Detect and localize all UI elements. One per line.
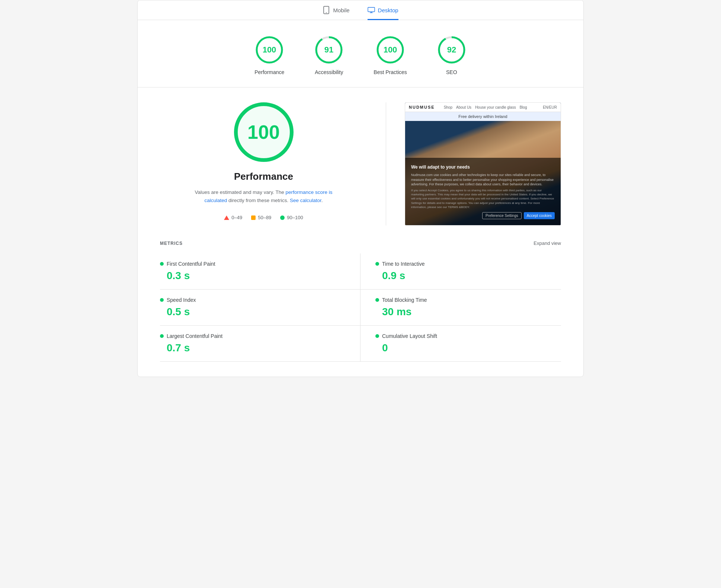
performance-desc: Values are estimated and may vary. The p… — [186, 188, 342, 204]
overlay-text2: If you select Accept Cookies, you agree … — [411, 188, 555, 209]
score-best-practices-label: Best Practices — [374, 69, 407, 75]
metric-tti: Time to Interactive 0.9 s — [360, 253, 561, 290]
tab-desktop-label: Desktop — [378, 7, 398, 13]
fail-icon — [224, 215, 229, 220]
main-content: 100 Performance Values are estimated and… — [138, 87, 583, 240]
score-best-practices-value: 100 — [384, 45, 397, 54]
big-score-value: 100 — [247, 121, 280, 143]
calculator-link[interactable]: See calculator — [290, 198, 321, 203]
mobile-icon — [323, 6, 330, 14]
metric-tbt-dot — [375, 298, 379, 302]
metric-tbt-header: Total Blocking Time — [375, 297, 561, 303]
metrics-grid: First Contentful Paint 0.3 s Time to Int… — [160, 253, 561, 362]
overlay-text: Nudmuse.com use cookies and other techno… — [411, 173, 555, 187]
metric-lcp-dot — [160, 334, 164, 338]
metric-si-header: Speed Index — [160, 297, 345, 303]
metric-lcp-name: Largest Contentful Paint — [167, 333, 222, 339]
overlay-buttons: Preference Settings Accept cookies — [411, 212, 555, 219]
metric-si-name: Speed Index — [167, 297, 196, 303]
banner-text: Free delivery within Ireland — [458, 114, 507, 119]
metric-cls-value: 0 — [382, 342, 561, 354]
metric-cls-dot — [375, 334, 379, 338]
tab-desktop[interactable]: Desktop — [368, 6, 398, 20]
screenshot-body: We will adapt to your needs Nudmuse.com … — [405, 121, 561, 225]
overlay-title: We will adapt to your needs — [411, 164, 555, 170]
metrics-title: METRICS — [160, 241, 183, 246]
legend-pass: 90–100 — [280, 215, 303, 220]
metric-si: Speed Index 0.5 s — [160, 290, 360, 326]
big-score-circle: 100 — [234, 102, 294, 162]
left-panel: 100 Performance Values are estimated and… — [160, 102, 367, 226]
metric-fcp: First Contentful Paint 0.3 s — [160, 253, 360, 290]
tab-mobile-label: Mobile — [333, 7, 349, 13]
metric-fcp-value: 0.3 s — [167, 270, 345, 282]
screenshot-banner: Free delivery within Ireland — [405, 112, 561, 121]
scores-section: 100 Performance 91 Accessibility 100 Bes… — [138, 20, 583, 87]
page-wrapper: Mobile Desktop 100 Performance — [137, 0, 584, 377]
desc-text: Values are estimated and may vary. The — [195, 189, 286, 195]
legend: 0–49 50–89 90–100 — [224, 215, 303, 220]
score-accessibility: 91 Accessibility — [314, 35, 344, 75]
score-performance: 100 Performance — [254, 35, 284, 75]
score-performance-value: 100 — [263, 45, 276, 54]
metric-lcp-header: Largest Contentful Paint — [160, 333, 345, 339]
nav-blog: Blog — [520, 105, 527, 109]
metric-fcp-name: First Contentful Paint — [167, 261, 215, 267]
score-seo-value: 92 — [447, 45, 456, 54]
nav-candle: House your candle glass — [475, 105, 516, 109]
metric-tbt-value: 30 ms — [382, 306, 561, 318]
accept-cookies-button[interactable]: Accept cookies — [524, 212, 555, 219]
score-accessibility-label: Accessibility — [315, 69, 343, 75]
legend-average: 50–89 — [251, 215, 271, 220]
metric-lcp-value: 0.7 s — [167, 342, 345, 354]
vertical-divider — [386, 102, 386, 226]
metric-si-value: 0.5 s — [167, 306, 345, 318]
score-seo-label: SEO — [446, 69, 457, 75]
metric-fcp-header: First Contentful Paint — [160, 261, 345, 267]
score-accessibility-value: 91 — [324, 45, 333, 54]
right-panel: NUDMUSE Shop About Us House your candle … — [405, 102, 561, 226]
pass-icon — [280, 215, 285, 220]
preference-settings-button[interactable]: Preference Settings — [482, 212, 522, 219]
metrics-header: METRICS Expand view — [160, 240, 561, 246]
locale: EN/EUR — [543, 105, 557, 109]
metrics-section: METRICS Expand view First Contentful Pai… — [138, 240, 583, 377]
screenshot-preview: NUDMUSE Shop About Us House your candle … — [405, 102, 561, 226]
metric-tti-name: Time to Interactive — [382, 261, 425, 267]
metric-fcp-dot — [160, 262, 164, 266]
metric-tbt-name: Total Blocking Time — [382, 297, 427, 303]
score-seo: 92 SEO — [437, 35, 467, 75]
tab-bar: Mobile Desktop — [138, 0, 583, 20]
nav-about: About Us — [456, 105, 471, 109]
legend-fail: 0–49 — [224, 215, 242, 220]
nav-shop: Shop — [444, 105, 452, 109]
desktop-icon — [368, 6, 375, 14]
site-logo: NUDMUSE — [409, 105, 435, 109]
screenshot-nav: NUDMUSE Shop About Us House your candle … — [405, 103, 561, 112]
svg-rect-2 — [368, 7, 374, 12]
cookie-overlay: We will adapt to your needs Nudmuse.com … — [405, 158, 561, 225]
metric-cls-name: Cumulative Layout Shift — [382, 333, 437, 339]
legend-pass-range: 90–100 — [287, 215, 303, 220]
tab-mobile[interactable]: Mobile — [323, 6, 349, 20]
metric-cls: Cumulative Layout Shift 0 — [360, 326, 561, 362]
desc-mid: directly from these metrics. — [227, 198, 290, 203]
metric-si-dot — [160, 298, 164, 302]
metric-tbt: Total Blocking Time 30 ms — [360, 290, 561, 326]
score-performance-label: Performance — [254, 69, 284, 75]
nav-links: Shop About Us House your candle glass Bl… — [444, 105, 527, 109]
score-best-practices: 100 Best Practices — [374, 35, 407, 75]
metric-lcp: Largest Contentful Paint 0.7 s — [160, 326, 360, 362]
metric-tti-dot — [375, 262, 379, 266]
average-icon — [251, 215, 256, 220]
metric-tti-value: 0.9 s — [382, 270, 561, 282]
legend-fail-range: 0–49 — [231, 215, 242, 220]
legend-average-range: 50–89 — [258, 215, 271, 220]
performance-title: Performance — [234, 171, 293, 182]
desc-end: . — [321, 198, 323, 203]
expand-view-button[interactable]: Expand view — [533, 240, 561, 246]
metric-cls-header: Cumulative Layout Shift — [375, 333, 561, 339]
svg-point-1 — [326, 12, 327, 13]
metric-tti-header: Time to Interactive — [375, 261, 561, 267]
